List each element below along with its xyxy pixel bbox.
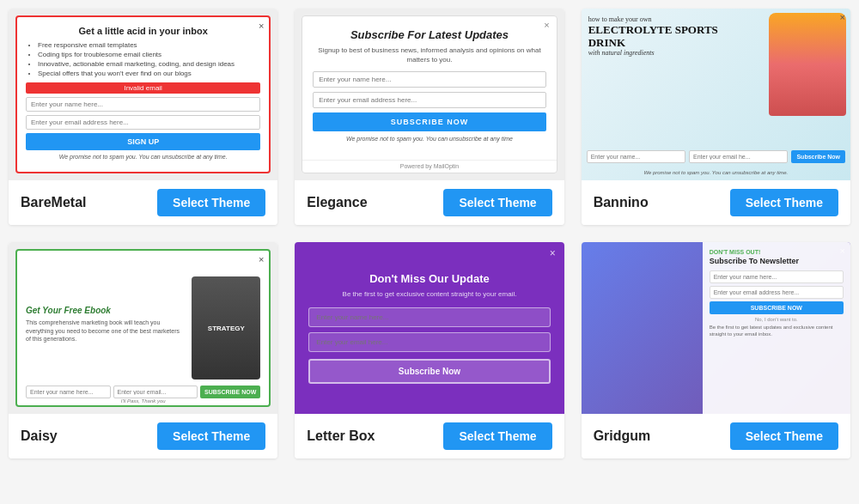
powered-by: Powered by MailOptin xyxy=(302,160,556,169)
drink-image xyxy=(769,13,846,116)
theme-footer: BareMetal Select Theme xyxy=(9,180,277,225)
no-thanks[interactable]: I'll Pass, Thank you xyxy=(17,398,269,404)
theme-footer: Gridgum Select Theme xyxy=(582,414,850,458)
select-theme-button[interactable]: Select Theme xyxy=(443,422,551,450)
name-input[interactable] xyxy=(26,386,111,398)
preview-title: Get a little acid in your inbox xyxy=(26,26,260,36)
input-row: SUBSCRIBE NOW xyxy=(26,386,260,398)
email-input[interactable] xyxy=(313,92,545,108)
theme-card-bannino: × how to make your own ELECTROLYTE SPORT… xyxy=(582,9,850,225)
theme-name: Letter Box xyxy=(307,428,375,444)
spam-note: We promise not to spam you. You can unsu… xyxy=(346,136,513,142)
subscribe-button[interactable]: SUBSCRIBE NOW xyxy=(710,301,844,314)
preview-desc: This comprehensive marketing book will t… xyxy=(26,319,185,343)
select-theme-button[interactable]: Select Theme xyxy=(730,189,838,216)
subscribe-button[interactable]: Subscribe Now xyxy=(791,150,845,163)
theme-card-gridgum: × DON'T MISS OUT! Subscribe To Newslette… xyxy=(582,242,850,458)
bottom-text: Be the first to get latest updates and e… xyxy=(710,325,844,338)
spam-note: We promise not to spam you. You can unsu… xyxy=(26,154,260,160)
dont-miss-label: DON'T MISS OUT! xyxy=(710,249,844,255)
close-icon[interactable]: × xyxy=(550,247,556,259)
close-icon[interactable]: × xyxy=(259,254,264,264)
no-thanks[interactable]: No, I don't want to. xyxy=(710,317,844,322)
name-input[interactable] xyxy=(313,71,545,88)
signup-button[interactable]: SIGN UP xyxy=(26,133,260,150)
preview-letterbox: × Don't Miss Our Update Be the first to … xyxy=(295,242,564,414)
preview-title: Don't Miss Our Update xyxy=(369,272,490,285)
theme-footer: Elegance Select Theme xyxy=(295,180,564,225)
preview-title: Get Your Free Ebook xyxy=(26,306,185,315)
select-theme-button[interactable]: Select Theme xyxy=(443,189,551,216)
theme-name: Bannino xyxy=(594,195,649,210)
close-icon[interactable]: × xyxy=(259,21,264,31)
theme-footer: Bannino Select Theme xyxy=(582,180,850,225)
preview-baremetal: × Get a little acid in your inbox Free r… xyxy=(9,9,277,180)
theme-card-elegance: × Subscribe For Latest Updates Signup to… xyxy=(295,9,564,225)
preview-subtitle: Signup to best of business news, informe… xyxy=(313,46,545,64)
theme-card-letterbox: × Don't Miss Our Update Be the first to … xyxy=(295,242,564,458)
subscribe-button[interactable]: Subscribe Now xyxy=(308,359,550,384)
select-theme-button[interactable]: Select Theme xyxy=(730,422,838,450)
theme-card-daisy: × Get Your Free Ebook This comprehensive… xyxy=(9,242,277,458)
preview-bullets: Free responsive email templates Coding t… xyxy=(38,41,260,77)
name-input[interactable] xyxy=(710,270,844,283)
close-icon[interactable]: × xyxy=(840,12,845,22)
preview-title: Subscribe To Newsletter xyxy=(710,257,844,266)
overlay-panel: DON'T MISS OUT! Subscribe To Newsletter … xyxy=(703,242,850,414)
theme-card-baremetal: × Get a little acid in your inbox Free r… xyxy=(9,9,277,225)
email-input[interactable] xyxy=(710,286,844,299)
preview-left: Get Your Free Ebook This comprehensive m… xyxy=(26,306,185,350)
theme-name: Gridgum xyxy=(594,428,651,444)
theme-name: BareMetal xyxy=(21,195,86,210)
theme-name: Elegance xyxy=(307,195,367,210)
subscribe-button[interactable]: SUBSCRIBE NOW xyxy=(313,112,545,131)
invalid-label: Invalid email xyxy=(26,82,260,94)
preview-elegance: × Subscribe For Latest Updates Signup to… xyxy=(295,9,564,180)
subscribe-button[interactable]: SUBSCRIBE NOW xyxy=(200,386,260,398)
name-input[interactable] xyxy=(26,97,260,112)
close-icon[interactable]: × xyxy=(544,20,549,30)
preview-title: Subscribe For Latest Updates xyxy=(350,28,509,41)
preview-subtitle: Be the first to get exclusive content st… xyxy=(343,289,517,299)
preview-gridgum: × DON'T MISS OUT! Subscribe To Newslette… xyxy=(582,242,850,414)
name-input[interactable] xyxy=(587,150,685,163)
email-input[interactable] xyxy=(26,115,260,130)
theme-footer: Letter Box Select Theme xyxy=(295,414,564,458)
spam-note: We promise not to spam you. You can unsu… xyxy=(582,170,850,175)
email-input[interactable] xyxy=(113,386,198,398)
select-theme-button[interactable]: Select Theme xyxy=(157,189,265,216)
preview-daisy: × Get Your Free Ebook This comprehensive… xyxy=(9,242,277,414)
preview-text: how to make your own ELECTROLYTE SPORTS … xyxy=(588,15,736,58)
book-image: STRATEGY xyxy=(192,276,260,380)
name-input[interactable] xyxy=(308,307,550,327)
input-row: Subscribe Now xyxy=(587,150,845,163)
theme-footer: Daisy Select Theme xyxy=(9,414,277,458)
email-input[interactable] xyxy=(689,150,788,163)
close-icon[interactable]: × xyxy=(840,246,845,256)
preview-bannino: × how to make your own ELECTROLYTE SPORT… xyxy=(582,9,850,180)
email-input[interactable] xyxy=(308,332,550,352)
theme-grid: × Get a little acid in your inbox Free r… xyxy=(9,9,850,458)
theme-name: Daisy xyxy=(21,428,58,444)
select-theme-button[interactable]: Select Theme xyxy=(157,422,265,450)
